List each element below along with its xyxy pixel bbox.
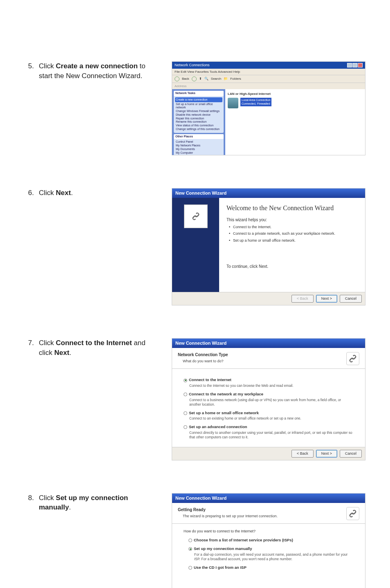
folders-icon: 📁	[224, 76, 228, 81]
step-number: 6.	[25, 188, 39, 198]
address-bar: Address	[172, 83, 365, 89]
window-controls	[347, 63, 363, 67]
screenshot-wizard-connection-type: New Connection Wizard Network Connection…	[172, 338, 365, 460]
cancel-button[interactable]: Cancel	[340, 295, 362, 303]
chain-icon	[346, 507, 359, 520]
radio-icon[interactable]	[184, 425, 187, 429]
back-button[interactable]: < Back	[291, 450, 314, 458]
step-8: 8. Click Set up my connection manually.	[25, 493, 159, 513]
lan-item: Local Area Connection Connected, Firewal…	[240, 98, 271, 106]
cancel-button[interactable]: Cancel	[340, 450, 362, 458]
step-6: 6. Click Next.	[25, 188, 159, 198]
step-5: 5. Click Create a new connection to star…	[25, 61, 159, 81]
up-icon: ⬆	[199, 76, 202, 81]
screenshot-wizard-welcome: New Connection Wizard Welcome to the New…	[172, 188, 365, 305]
window-titlebar: Network Connections	[172, 62, 365, 69]
wizard-titlebar: New Connection Wizard	[172, 494, 365, 503]
chain-icon	[346, 352, 359, 365]
next-button[interactable]: Next >	[316, 450, 337, 458]
screenshot-wizard-getting-ready: New Connection Wizard Getting Ready The …	[172, 493, 365, 588]
step-text: Click Set up my connection manually.	[39, 493, 159, 513]
radio-icon[interactable]	[184, 393, 187, 396]
search-icon: 🔍	[204, 76, 208, 81]
wizard-heading: Welcome to the New Connection Wizard	[226, 204, 358, 213]
panel-network-tasks: Network Tasks Create a new connection Se…	[174, 91, 224, 133]
step-number: 8.	[25, 493, 39, 513]
chain-icon	[191, 212, 200, 221]
lan-icon	[228, 98, 238, 108]
sidebar: Network Tasks Create a new connection Se…	[172, 89, 225, 155]
screenshot-network-connections: Network Connections File Edit View Favor…	[172, 61, 365, 155]
panel-other-places: Other Places Control Panel My Network Pl…	[174, 134, 224, 155]
step-text: Click Next.	[39, 188, 159, 198]
step-7: 7. Click Connect to the Internet and cli…	[25, 338, 159, 358]
wizard-titlebar: New Connection Wizard	[172, 339, 365, 348]
next-button[interactable]: Next >	[316, 295, 337, 303]
step-text: Click Connect to the Internet and click …	[39, 338, 159, 358]
radio-icon[interactable]	[188, 547, 192, 551]
back-icon	[175, 76, 179, 81]
radio-icon[interactable]	[184, 411, 187, 415]
toolbar: Back ⬆ 🔍Search 📁Folders	[172, 75, 365, 83]
step-number: 7.	[25, 338, 39, 358]
radio-icon[interactable]	[188, 539, 192, 542]
radio-icon[interactable]	[184, 379, 187, 382]
wizard-side-image	[172, 198, 219, 292]
radio-icon[interactable]	[188, 566, 192, 570]
main-pane: LAN or High-Speed Internet Local Area Co…	[225, 89, 365, 155]
step-number: 5.	[25, 61, 39, 81]
step-text: Click Create a new connection to start t…	[39, 61, 159, 81]
wizard-titlebar: New Connection Wizard	[172, 189, 365, 198]
fwd-icon	[192, 76, 197, 81]
back-button[interactable]: < Back	[291, 295, 314, 303]
menubar: File Edit View Favorites Tools Advanced …	[172, 69, 365, 75]
